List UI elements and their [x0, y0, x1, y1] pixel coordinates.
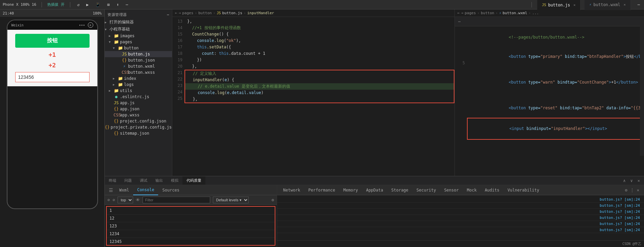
rdtab-mock[interactable]: Mock: [463, 185, 481, 195]
devtools-toolbar-icon3[interactable]: 👁: [136, 198, 140, 202]
rdtab-audits[interactable]: Audits: [481, 185, 503, 195]
devtools-toolbar-icon1[interactable]: ⊘: [107, 198, 110, 202]
up-icon[interactable]: ⬆: [115, 2, 120, 8]
devtools-tab-sources[interactable]: Sources: [158, 185, 183, 195]
rdtab-more-icon[interactable]: ⋮: [630, 188, 634, 193]
tree-item-app_json[interactable]: {}app.json: [105, 106, 172, 112]
refresh-icon[interactable]: ↺: [76, 2, 81, 8]
console-filter-input[interactable]: [143, 197, 210, 203]
devtools-tab-wxml[interactable]: Wxml: [115, 185, 133, 195]
devtools-tab-console[interactable]: Console: [133, 185, 158, 195]
rdtab-storage[interactable]: Storage: [387, 185, 413, 195]
tree-item-_____[interactable]: ▼小程序基础: [105, 26, 172, 33]
bottom-tab-output[interactable]: 输出: [151, 176, 167, 185]
tree-item-project_private_config_json[interactable]: {}project.private.config.json: [105, 124, 172, 130]
tab-button-wxml[interactable]: ⚡ button.wxml ✕: [585, 0, 631, 10]
split-icon[interactable]: ⊞: [106, 2, 111, 8]
status-bar-bottom: CSDN @甲乙: [277, 240, 644, 247]
context-selector[interactable]: top: [118, 197, 133, 203]
bottom-tab-codequality[interactable]: 代码质量: [182, 176, 205, 185]
bottom-tab-simulator[interactable]: 模拟: [167, 176, 182, 185]
tree-more-icon[interactable]: ⋯: [167, 13, 169, 17]
rdtab-network[interactable]: Network: [279, 185, 304, 195]
phone-icon[interactable]: 📱: [94, 2, 102, 8]
tree-item-app_js[interactable]: JSapp.js: [105, 100, 172, 106]
bottom-tab-terminal[interactable]: 终端: [105, 176, 120, 185]
more-icon[interactable]: ⋯: [124, 2, 129, 8]
rdtab-security[interactable]: Security: [413, 185, 440, 195]
tree-item-images[interactable]: ▶📁images: [105, 33, 172, 39]
right-log-line-0: button.js? [sm]:24: [277, 197, 644, 203]
toolbar-sep3: [531, 2, 532, 7]
phone-frame: Weixin ••• ⊕ 按钮 +1 +2: [7, 20, 98, 209]
tree-header: 资源管理器 ⋯: [105, 11, 172, 19]
wxml-nav-fwd[interactable]: →: [461, 11, 464, 15]
rdtab-vulnerability[interactable]: Vulnerability: [503, 185, 543, 195]
tree-item-sitemap_json[interactable]: {}sitemap.json: [105, 130, 172, 136]
wxml-bc-icon: ⚡: [499, 11, 501, 15]
phone-menu-circle[interactable]: ⊕: [88, 22, 93, 28]
tree-item-______[interactable]: ▶打开的编辑器: [105, 19, 172, 26]
rdtab-performance[interactable]: Performance: [304, 185, 339, 195]
code-lines[interactable]: }, //+1 按钮的事件处理函数 CountChange() { consol…: [184, 17, 454, 176]
devtools-settings-icon[interactable]: ⚙: [272, 198, 274, 202]
tree-item-button_wxml[interactable]: ⚡button.wxml: [105, 63, 172, 69]
tree-item-pages[interactable]: ▼📁pages: [105, 39, 172, 45]
js-code-line-16: console.log("ok"),: [184, 38, 454, 44]
toolbar-separator2: [70, 2, 70, 7]
right-log-line-4: button.js? [sm]:24: [277, 221, 644, 227]
more-tabs-icon[interactable]: ⋯: [636, 2, 641, 8]
bottom-panel-down-icon[interactable]: ∨: [629, 178, 634, 184]
tree-item-app_wxss[interactable]: CSSapp.wxss: [105, 112, 172, 118]
hot-reload-label[interactable]: 热插拔 开: [47, 2, 65, 7]
tab-button-js[interactable]: JS button.js ✕: [537, 0, 580, 10]
bottom-right-devtools: Network Performance Memory AppData Stora…: [277, 185, 644, 247]
wxml-bc-sep3: ›: [528, 11, 531, 15]
phone-notch-bar: Weixin ••• ⊕: [7, 20, 97, 30]
phone-button-primary[interactable]: 按钮: [15, 34, 90, 48]
js-code-line-20: },: [184, 63, 454, 70]
right-log-line-2: button.js? [sm]:24: [277, 209, 644, 215]
right-section: 资源管理器 ⋯ ▶打开的编辑器▼小程序基础▶📁images▼📁pages▼📁bu…: [105, 9, 644, 247]
nav-back-icon[interactable]: ←: [175, 11, 177, 15]
tree-item-utils[interactable]: ▶📁utils: [105, 88, 172, 94]
bottom-panel-up-icon[interactable]: ∧: [622, 178, 627, 184]
right-log-line-3: button.js? [sm]:24: [277, 215, 644, 221]
tab-close-wxml[interactable]: ✕: [624, 3, 626, 6]
tree-item-logs[interactable]: ▶📁logs: [105, 82, 172, 88]
wxml-nav-back[interactable]: ←: [457, 11, 460, 15]
tree-item-_eslintrc_js[interactable]: ●.eslintrc.js: [105, 94, 172, 100]
rdtab-settings-icon[interactable]: ⚙: [625, 188, 627, 193]
right-log-area: button.js? [sm]:24button.js? [sm]:24butt…: [277, 195, 644, 240]
tree-item-button[interactable]: ▼📁button: [105, 45, 172, 51]
wxml-toolbar-more-icon[interactable]: ⋯: [457, 19, 462, 25]
play-icon[interactable]: ▶: [85, 2, 90, 8]
tree-item-project_config_json[interactable]: {}project.config.json: [105, 118, 172, 124]
wxml-bc-sep1: ›: [477, 11, 479, 15]
js-code-line-13: },: [184, 18, 454, 25]
rdtab-close-icon[interactable]: ✕: [637, 188, 639, 193]
bottom-label-tabs: 终端 问题 调试 输出 模拟 代码质量 ∧ ∨ ✕: [105, 176, 644, 185]
phone-menu-dots[interactable]: •••: [79, 23, 85, 27]
tree-item-button_wxss[interactable]: CSSbutton.wxss: [105, 69, 172, 75]
wxml-scrollbar[interactable]: [640, 20, 644, 156]
bottom-panel-close-icon[interactable]: ✕: [636, 178, 641, 184]
nav-forward-icon[interactable]: →: [179, 11, 181, 15]
bottom-tab-issues[interactable]: 问题: [120, 176, 136, 185]
phone-content: 按钮 +1 +2: [7, 30, 97, 86]
tree-item-button_json[interactable]: {}button.json: [105, 57, 172, 63]
wxml-code-lines[interactable]: <!--pages/button/button.wxml--> <button …: [467, 26, 644, 176]
phone-status-bar: 21:40 100%: [0, 9, 104, 17]
tree-item-button_js[interactable]: JSbutton.js: [105, 51, 172, 57]
log-level-selector[interactable]: Default levels ▾: [213, 197, 249, 203]
tab-close-js[interactable]: ✕: [573, 3, 575, 7]
phone-input-field[interactable]: [15, 72, 90, 82]
tree-item-index[interactable]: ▶📁index: [105, 75, 172, 82]
bottom-tab-debug[interactable]: 调试: [136, 176, 151, 185]
breadcrumb-sep2: ›: [213, 11, 216, 15]
rdtab-appdata[interactable]: AppData: [362, 185, 387, 195]
rdtab-sensor[interactable]: Sensor: [440, 185, 463, 195]
rdtab-memory[interactable]: Memory: [339, 185, 362, 195]
devtools-toolbar-icon2[interactable]: ⊘: [113, 198, 115, 202]
devtools-icon-btn[interactable]: ☰: [107, 187, 115, 193]
